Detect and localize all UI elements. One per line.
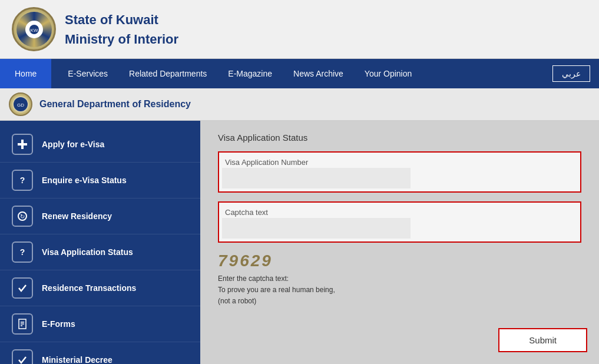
nav-item-e-magazine[interactable]: E-Magazine (217, 59, 283, 88)
navbar: Home E-Services Related Departments E-Ma… (0, 59, 599, 88)
logo-inner: KW (16, 12, 52, 47)
captcha-group: Captcha text (218, 201, 581, 243)
logo-center: KW (25, 21, 43, 38)
sidebar-label-visa-app-status: Visa Application Status (42, 247, 133, 257)
sidebar-label-enquire-evisa: Enquire e-Visa Status (42, 176, 127, 185)
nav-home-button[interactable]: Home (0, 59, 51, 88)
svg-text:GD: GD (17, 102, 24, 108)
main-content: Apply for e-Visa ? Enquire e-Visa Status… (0, 121, 599, 364)
captcha-label: Captcha text (222, 206, 577, 218)
sidebar-label-apply-evisa: Apply for e-Visa (42, 140, 104, 149)
plus-icon (12, 134, 33, 155)
sidebar-label-ministerial-decree: Ministerial Decree (42, 355, 112, 364)
svg-text:?: ? (20, 247, 25, 257)
captcha-value-display: 79629 (218, 252, 581, 270)
sidebar-item-visa-app-status[interactable]: ? Visa Application Status (0, 234, 200, 270)
captcha-instruction-1: Enter the captcha text: (218, 273, 581, 284)
sidebar-item-e-forms[interactable]: E-Forms (0, 306, 200, 342)
svg-text:↻: ↻ (20, 213, 25, 220)
captcha-instruction-3: (not a robot) (218, 296, 581, 307)
dept-logo-icon: GD (9, 92, 32, 116)
sub-header: GD General Department of Residency (0, 88, 599, 121)
question-icon-1: ? (12, 170, 33, 191)
sidebar-label-e-forms: E-Forms (42, 319, 75, 329)
visa-number-label: Visa Application Number (222, 155, 577, 168)
captcha-box: Captcha text (218, 201, 581, 243)
visa-number-group: Visa Application Number (218, 151, 581, 193)
header: KW State of Kuwait Ministry of Interior (0, 0, 599, 59)
logo-area: KW State of Kuwait Ministry of Interior (12, 7, 178, 51)
dept-title: General Department of Residency (39, 99, 191, 110)
check-icon-1 (12, 277, 33, 299)
nav-item-news-archive[interactable]: News Archive (283, 59, 354, 88)
svg-text:KW: KW (30, 28, 38, 33)
visa-number-box: Visa Application Number (218, 151, 581, 193)
arabic-language-button[interactable]: عربي (552, 65, 590, 82)
sidebar-item-residence-transactions[interactable]: Residence Transactions (0, 270, 200, 306)
captcha-input[interactable] (222, 218, 411, 239)
captcha-instruction-2: To prove you are a real human being, (218, 284, 581, 296)
sidebar-item-enquire-evisa[interactable]: ? Enquire e-Visa Status (0, 163, 200, 198)
captcha-instructions: Enter the captcha text: To prove you are… (218, 273, 581, 307)
nav-item-e-services[interactable]: E-Services (57, 59, 118, 88)
header-title: State of Kuwait Ministry of Interior (65, 10, 178, 49)
section-title: Visa Application Status (218, 133, 581, 143)
check-icon-2 (12, 349, 33, 364)
content-area: Visa Application Status Visa Application… (200, 121, 599, 364)
renew-icon: ↻ (12, 206, 33, 227)
nav-items: E-Services Related Departments E-Magazin… (51, 59, 552, 88)
question-icon-2: ? (12, 241, 33, 263)
sidebar-item-apply-evisa[interactable]: Apply for e-Visa (0, 127, 200, 163)
svg-text:?: ? (20, 176, 25, 185)
sidebar-label-renew-residency: Renew Residency (42, 211, 112, 221)
sidebar: Apply for e-Visa ? Enquire e-Visa Status… (0, 121, 200, 364)
logo-icon: KW (12, 7, 56, 51)
forms-icon (12, 313, 33, 335)
visa-number-input[interactable] (222, 168, 411, 188)
sidebar-item-renew-residency[interactable]: ↻ Renew Residency (0, 198, 200, 234)
sidebar-label-residence-transactions: Residence Transactions (42, 283, 136, 293)
nav-item-related-departments[interactable]: Related Departments (118, 59, 217, 88)
submit-button[interactable]: Submit (498, 328, 587, 352)
nav-item-your-opinion[interactable]: Your Opinion (354, 59, 422, 88)
sidebar-item-ministerial-decree[interactable]: Ministerial Decree (0, 342, 200, 364)
svg-rect-5 (18, 143, 27, 145)
